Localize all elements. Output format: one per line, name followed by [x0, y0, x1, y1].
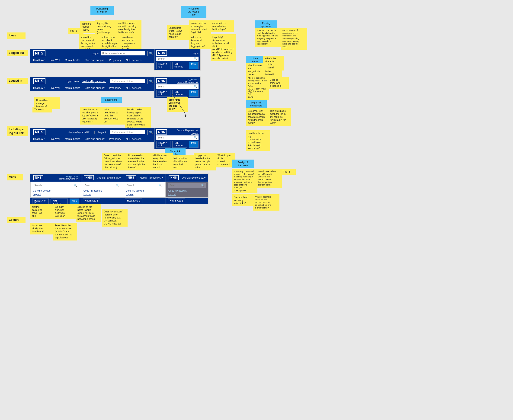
nav-nhs-services-2[interactable]: NHS services	[126, 87, 141, 90]
logged-in-name-mobile-1[interactable]: Joshua-Raymond W.	[177, 81, 199, 83]
logout-link-mobile-3[interactable]: Log out	[191, 132, 199, 135]
m3-go-to-account[interactable]: Go to my account	[126, 189, 163, 193]
sticky-user-on-mobile: if a user is on mobileand already has th…	[255, 28, 282, 47]
desktop-logged-out: NHS Log in 🔍 Health A-Z Live Well Mental…	[30, 49, 158, 64]
m4-go-to-account[interactable]: Go to my account	[168, 189, 206, 193]
logout-link-3[interactable]: Log out	[98, 131, 106, 134]
search-btn-1[interactable]: 🔍	[148, 51, 155, 56]
nav-mental-health-3[interactable]: Mental health	[65, 137, 80, 141]
mobile-nav-health-2[interactable]: Health A to Z	[156, 90, 171, 97]
m2-log-out[interactable]: Log out	[83, 193, 121, 196]
m2-username: Joshua-Raymond W. ▾	[97, 176, 121, 179]
nhs-logo-3: NHS	[33, 129, 45, 135]
sticky-does-it-need-full: Does it need thefull 'logged in as ...';…	[102, 153, 127, 171]
m2-search-icon: 🔍	[116, 184, 119, 187]
mobile-search-input-1[interactable]	[158, 58, 194, 60]
mobile-nav-health-3[interactable]: Health A to Z	[156, 141, 171, 148]
mobile-search-input-3[interactable]	[158, 136, 194, 139]
m1-log-out[interactable]: Log out	[33, 193, 78, 196]
m3-search-input[interactable]	[127, 184, 158, 187]
m3-log-out[interactable]: Log out	[126, 193, 163, 196]
login-link-mobile-1[interactable]: Log in	[192, 52, 199, 54]
nav-care-support-2[interactable]: Care and support	[85, 87, 104, 90]
nav-pregnancy-1[interactable]: Pregnancy	[109, 59, 121, 62]
sticky-too-much-blue: too muchblue, notclear whatto click on	[53, 204, 76, 219]
m2-go-to-account[interactable]: Go to my account	[83, 189, 121, 193]
nav-care-support-1[interactable]: Care and support	[85, 59, 104, 62]
m3-username: Joshua-Raymond W. ▾	[139, 176, 163, 179]
mobile-nav-services-3[interactable]: NHS services	[172, 141, 187, 148]
sticky-logging-out: Logging out	[101, 97, 122, 103]
mobile-logged-in: NHS Logged in as Joshua-Raymond W. 🔍 Hea…	[154, 76, 201, 98]
m2-nav-health[interactable]: Health A to Z	[83, 199, 100, 203]
mobile-nav-more-1[interactable]: More	[189, 62, 199, 69]
mobile-search-icon-1: 🔍	[194, 57, 197, 60]
nav-pregnancy-3[interactable]: Pregnancy	[109, 137, 121, 141]
sticky-hopefully: Hopefully! Assumptionis that users will …	[211, 34, 236, 61]
desktop-log-out: NHS Joshua-Raymond W. | Log out 🔍 Health…	[30, 128, 158, 142]
logged-out-label: Logged out	[7, 50, 28, 56]
search-input-2[interactable]	[110, 79, 145, 83]
m2-search-input[interactable]	[85, 184, 116, 187]
mobile-nav-2: Health A to Z NHS services More	[156, 90, 199, 97]
sticky-what-they-logging: What theyare logginginto	[181, 6, 206, 18]
nav-health-az-3[interactable]: Health A-Z	[33, 137, 45, 141]
m3-search: 🔍	[126, 183, 163, 188]
nav-3: Health A-Z Live Well Mental health Care …	[30, 137, 157, 142]
mobile-nav-health-1[interactable]: Health A to Z	[156, 62, 171, 69]
sticky-expectations: expectationsaround whatsbehind 'login'	[211, 20, 234, 32]
mobile-nav-more-3[interactable]: More	[189, 141, 199, 148]
sticky-do-we-need-explain: do we need toexplain/givecontext to what…	[189, 20, 211, 35]
nhs-logo-mobile-3: NHS	[156, 129, 167, 135]
sticky-can-you-have-too-many: Can you havetoo manyinline links?	[232, 194, 254, 206]
m4-search: 🔍	[168, 183, 206, 188]
sticky-feels-like-white: Feels like whitestands out more(but that…	[53, 223, 77, 240]
m3-nav-health[interactable]: Health A to Z	[125, 199, 142, 203]
colours-label: Colours	[7, 217, 25, 223]
nav-pregnancy-2[interactable]: Pregnancy	[109, 87, 121, 90]
nhs-logo-m3: NHS	[126, 175, 136, 180]
search-btn-3[interactable]: 🔍	[148, 130, 155, 135]
sticky-does-have-to-be-modal: does it have to be amodal? could itwork …	[256, 169, 282, 188]
m4-nav-health[interactable]: Health A to Z	[168, 199, 185, 203]
sticky-has-there-been: Has there beenanyconsiderationaround log…	[246, 130, 270, 151]
sticky-will-users-know: will usersknow whatthey arelogging in to…	[189, 34, 211, 49]
search-input-1[interactable]	[101, 51, 145, 55]
nav-care-support-3[interactable]: Care and support	[85, 137, 104, 141]
mobile-nav-services-2[interactable]: NHS services	[172, 90, 187, 97]
nav-mental-health-2[interactable]: Mental health	[65, 87, 80, 90]
menu-wireframe-4: NHS Joshua-Raymond W. ▾ 🔍 Go to my accou…	[166, 173, 208, 204]
mobile-nav-more-2[interactable]: More	[189, 90, 199, 97]
m4-log-out[interactable]: Log out	[168, 193, 206, 196]
sticky-will-arrow-always: will this arrowalways bethere, so cleart…	[151, 153, 173, 171]
m1-search: 🔍	[33, 183, 78, 188]
nhs-logo-2: NHS	[33, 78, 45, 84]
mobile-nav-services-1[interactable]: NHS services	[172, 62, 187, 69]
mobile-search-1: 🔍	[156, 57, 199, 61]
sticky-logged-into-what: Logged intowhat? Do weneed to addcontext…	[167, 25, 189, 40]
sticky-this-would-also-mean: This would alsomean the log inlink could…	[268, 108, 291, 126]
m4-username: Joshua-Raymond W. ▾	[182, 176, 206, 179]
m1-search-input[interactable]	[34, 184, 74, 187]
nav-health-az-2[interactable]: Health A-Z	[33, 87, 45, 90]
login-link-1[interactable]: Log in	[92, 52, 99, 55]
sticky-what-if-people: What ifpeople had togo to theaccount to …	[102, 107, 126, 125]
mobile-search-input-2[interactable]	[158, 85, 194, 88]
m1-go-to-account[interactable]: Go to my account	[33, 189, 78, 193]
nav-nhs-services-1[interactable]: NHS services	[126, 59, 141, 62]
sticky-do-we-need-distinctive: Do we need amore distinctiveelement for …	[126, 153, 151, 171]
nav-live-well-1[interactable]: Live Well	[50, 59, 60, 62]
menu-wireframe-1: NHS Logged in asJoshua-Raymond W. 🔍 Go t…	[30, 173, 81, 207]
search-btn-2[interactable]: 🔍	[148, 79, 155, 84]
nav-mental-health-1[interactable]: Mental health	[65, 59, 80, 62]
nav-nhs-services-3[interactable]: NHS services	[126, 137, 141, 141]
logged-in-name-1[interactable]: Joshua-Raymond W.	[82, 80, 106, 82]
search-input-3[interactable]	[110, 130, 145, 134]
nav-health-az-1[interactable]: Health A-Z	[33, 59, 45, 62]
m4-search-input[interactable]	[170, 184, 201, 187]
nav-live-well-2[interactable]: Live Well	[50, 87, 60, 90]
nav-live-well-3[interactable]: Live Well	[50, 137, 60, 141]
sticky-positioning-log-link: Positioningof log link	[90, 6, 114, 15]
nhs-logo-mobile-2: NHS	[156, 78, 167, 83]
sticky-not-clear-will-open: Not clear thatthis will opena contextmen…	[172, 155, 194, 170]
